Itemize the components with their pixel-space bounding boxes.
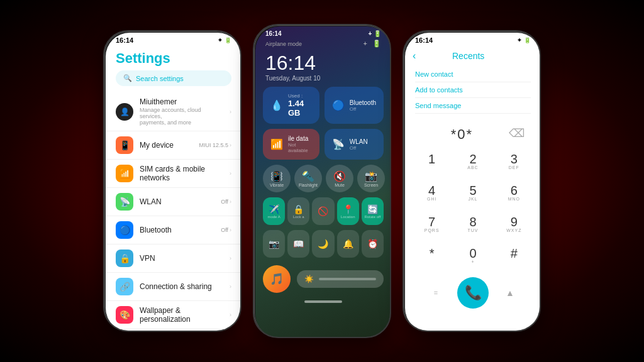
call-button[interactable]: 📞: [457, 277, 489, 309]
option-new-contact[interactable]: New contact: [415, 67, 531, 82]
cc-btn-darkmode[interactable]: 🌙: [312, 230, 334, 258]
icon-connection: 🔗: [116, 278, 133, 295]
cc-storage-tile[interactable]: 💧 Used : 1.44 GB: [263, 87, 319, 124]
icon-mydevice: 📱: [116, 136, 133, 154]
icon-sim: 📶: [116, 165, 133, 182]
key-9[interactable]: 9 WXYZ: [495, 211, 533, 239]
cc-btn-scanner[interactable]: 📷: [263, 230, 285, 258]
cc-big-time: 16:14: [255, 52, 391, 75]
cc-mobiledata-tile[interactable]: 📶 ile data Not available: [263, 129, 319, 160]
status-icons-dialer: ✦ 🔋: [517, 37, 531, 43]
cc-wlan-text: WLAN Off: [350, 138, 368, 151]
dialer-keypad: 1 2 ABC 3 DEF 4 GHI 5 J: [405, 148, 541, 271]
cc-btn-location[interactable]: 📍 Location: [337, 197, 359, 225]
option-send-message[interactable]: Send message: [415, 98, 531, 114]
settings-item-wlan[interactable]: 📡 WLAN Off ›: [106, 188, 242, 216]
cc-btn-extra[interactable]: ⏰: [362, 230, 384, 258]
settings-item-vpn[interactable]: 🔒 VPN ›: [106, 244, 242, 273]
key-5[interactable]: 5 JKL: [453, 179, 492, 208]
dialer-row-4: * 0 + #: [413, 242, 533, 271]
cc-time: 16:14: [265, 30, 282, 37]
key-2[interactable]: 2 ABC: [453, 148, 492, 177]
key-4[interactable]: 4 GHI: [413, 179, 451, 208]
cc-quick-grid1: 📳 Vibrate 🔦 Flashlight 🔇 Mute 📸 Screen: [255, 160, 391, 195]
settings-item-vpn-text: VPN: [140, 254, 223, 263]
dialer-chevron-up[interactable]: ▲: [499, 288, 521, 298]
chevron-icon-connection: ›: [230, 283, 231, 290]
airplane-icon: ✈️: [269, 204, 279, 214]
cc-btn-flashlight[interactable]: 🔦 Flashlight: [294, 165, 322, 192]
key-8[interactable]: 8 TUV: [453, 211, 492, 239]
plus-icon[interactable]: +: [364, 40, 367, 48]
mydevice-right: MIUI 12.5.5 ›: [199, 142, 231, 148]
settings-item-aod[interactable]: 🔓 Always-on display & Lock screen ›: [106, 329, 242, 332]
settings-item-bluetooth[interactable]: 🔵 Bluetooth Off ›: [106, 216, 242, 244]
cc-mobiledata-text: ile data Not available: [288, 135, 312, 153]
cc-bottom-bar: 🎵 ☀️: [255, 260, 391, 298]
cc-btn-airplane[interactable]: ✈️ mode A: [263, 197, 285, 225]
settings-item-sim-text: SIM cards & mobile networks: [140, 165, 223, 182]
cc-header-icons: + 🔋: [364, 40, 381, 48]
avatar-miuithemer: 👤: [116, 103, 133, 121]
mobiledata-icon: 📶: [270, 138, 283, 150]
cc-btn-reader[interactable]: 📖: [287, 230, 309, 258]
cc-header: Airplane mode + 🔋: [255, 38, 391, 52]
cc-bluetooth-text: Bluetooth Off: [350, 99, 376, 112]
cc-btn-screenshot[interactable]: 📸 Screen: [357, 165, 385, 192]
key-7[interactable]: 7 PQRS: [413, 211, 451, 239]
cc-music-button[interactable]: 🎵: [263, 265, 291, 293]
flashlight-icon: 🔦: [302, 170, 314, 182]
icon-bluetooth: 🔵: [116, 221, 133, 239]
icon-wallpaper: 🎨: [116, 306, 133, 324]
phone-icon: 📞: [465, 285, 482, 301]
wlan-right: Off ›: [221, 199, 231, 205]
settings-item-miuithemer[interactable]: 👤 Miuithemer Manage accounts, cloud serv…: [106, 92, 242, 131]
status-time-dialer: 16:14: [415, 36, 433, 44]
rotate-icon: 🔄: [367, 204, 378, 214]
settings-item-connection-text: Connection & sharing: [140, 282, 223, 291]
storage-icon: 💧: [270, 99, 283, 111]
settings-item-bluetooth-text: Bluetooth: [140, 226, 214, 234]
key-0[interactable]: 0 +: [453, 242, 492, 271]
cc-btn-nfc[interactable]: 🚫: [312, 197, 334, 225]
settings-item-miuithemer-text: Miuithemer Manage accounts, cloud servic…: [140, 97, 223, 126]
phone-controlcenter: 16:14 + 🔋 Airplane mode + 🔋 16:14 Tuesda…: [253, 24, 391, 338]
cc-btn-lock[interactable]: 🔒 Lock a: [287, 197, 309, 225]
cc-btn-vibrate[interactable]: 📳 Vibrate: [263, 165, 291, 192]
bluetooth-right: Off ›: [221, 227, 231, 233]
dialer-backspace[interactable]: ⌫: [509, 126, 526, 140]
status-time-settings: 16:14: [116, 36, 133, 44]
brightness-icon: ☀️: [304, 275, 314, 283]
dialer-number-display: *0*: [451, 126, 473, 142]
dialer-header: ‹ Recents: [405, 45, 541, 64]
search-icon: 🔍: [123, 74, 132, 82]
chevron-icon-wallpaper: ›: [230, 312, 231, 318]
key-star[interactable]: *: [413, 242, 451, 271]
cc-bluetooth-tile[interactable]: 🔵 Bluetooth Off: [325, 87, 384, 124]
cc-airplane-label: Airplane mode: [265, 41, 302, 47]
status-icons-settings: ✦ 🔋: [218, 37, 231, 43]
key-hash[interactable]: #: [495, 242, 533, 271]
key-6[interactable]: 6 MNO: [495, 179, 533, 208]
settings-item-connection[interactable]: 🔗 Connection & sharing ›: [106, 273, 242, 301]
option-add-contact[interactable]: Add to contacts: [415, 82, 531, 98]
settings-search-bar[interactable]: 🔍 Search settings: [116, 70, 231, 86]
settings-item-mydevice[interactable]: 📱 My device MIUI 12.5.5 ›: [106, 131, 242, 160]
settings-item-wlan-text: WLAN: [140, 197, 214, 206]
cc-btn-rotate[interactable]: 🔄 Rotate off: [362, 197, 384, 225]
dialer-equals[interactable]: =: [425, 289, 447, 297]
back-button[interactable]: ‹: [413, 50, 416, 62]
cc-wlan-tile[interactable]: 📡 WLAN Off: [325, 129, 384, 160]
cc-btn-mute[interactable]: 🔇 Mute: [326, 165, 353, 192]
key-3[interactable]: 3 DEF: [495, 148, 533, 177]
cc-btn-dnd[interactable]: 🔔: [337, 230, 359, 258]
nfc-icon: 🚫: [318, 206, 328, 216]
settings-item-sim[interactable]: 📶 SIM cards & mobile networks ›: [106, 160, 242, 188]
chevron-icon-wlan: ›: [230, 199, 231, 205]
settings-item-wallpaper[interactable]: 🎨 Wallpaper & personalization ›: [106, 301, 242, 329]
cc-date: Tuesday, August 10: [255, 75, 391, 87]
cc-quick-grid2: ✈️ mode A 🔒 Lock a 🚫 📍 Location 🔄 Rotate…: [255, 195, 391, 228]
key-1[interactable]: 1: [413, 148, 451, 177]
bluetooth-tile-icon: 🔵: [332, 99, 345, 111]
cc-brightness-slider[interactable]: ☀️: [297, 270, 384, 288]
